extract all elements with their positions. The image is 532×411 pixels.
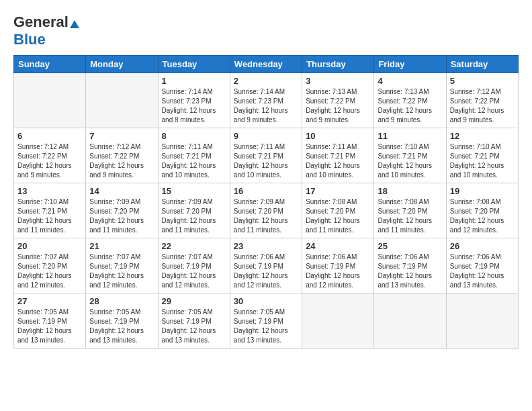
weekday-header: Wednesday: [230, 56, 302, 73]
logo-triangle-icon: [70, 20, 79, 28]
calendar-day-cell: [14, 73, 86, 128]
calendar-day-cell: 5Sunrise: 7:12 AMSunset: 7:22 PMDaylight…: [446, 73, 518, 128]
day-info: Sunrise: 7:11 AMSunset: 7:21 PMDaylight:…: [234, 142, 298, 180]
calendar-day-cell: [86, 73, 158, 128]
day-info: Sunrise: 7:05 AMSunset: 7:19 PMDaylight:…: [234, 308, 298, 345]
calendar-week-row: 1Sunrise: 7:14 AMSunset: 7:23 PMDaylight…: [14, 73, 519, 128]
day-info: Sunrise: 7:05 AMSunset: 7:19 PMDaylight:…: [162, 308, 226, 345]
calendar-day-cell: 14Sunrise: 7:09 AMSunset: 7:20 PMDayligh…: [86, 183, 158, 238]
day-number: 19: [450, 186, 515, 196]
day-number: 18: [378, 186, 442, 196]
day-number: 10: [306, 131, 370, 141]
day-info: Sunrise: 7:14 AMSunset: 7:23 PMDaylight:…: [162, 87, 226, 125]
day-info: Sunrise: 7:06 AMSunset: 7:19 PMDaylight:…: [306, 253, 370, 290]
day-info: Sunrise: 7:10 AMSunset: 7:21 PMDaylight:…: [378, 142, 442, 180]
calendar-day-cell: 22Sunrise: 7:07 AMSunset: 7:19 PMDayligh…: [158, 238, 230, 293]
weekday-header: Saturday: [446, 56, 518, 73]
weekday-header: Sunday: [14, 56, 86, 73]
day-info: Sunrise: 7:10 AMSunset: 7:21 PMDaylight:…: [17, 197, 82, 235]
calendar-day-cell: 6Sunrise: 7:12 AMSunset: 7:22 PMDaylight…: [14, 128, 86, 183]
day-number: 28: [89, 296, 154, 306]
calendar-day-cell: 1Sunrise: 7:14 AMSunset: 7:23 PMDaylight…: [158, 73, 230, 128]
calendar-day-cell: 7Sunrise: 7:12 AMSunset: 7:22 PMDaylight…: [86, 128, 158, 183]
weekday-header-row: SundayMondayTuesdayWednesdayThursdayFrid…: [14, 56, 519, 73]
day-info: Sunrise: 7:14 AMSunset: 7:23 PMDaylight:…: [234, 87, 298, 125]
day-info: Sunrise: 7:07 AMSunset: 7:19 PMDaylight:…: [89, 253, 154, 290]
calendar-day-cell: 20Sunrise: 7:07 AMSunset: 7:20 PMDayligh…: [14, 238, 86, 293]
weekday-header: Thursday: [302, 56, 374, 73]
day-number: 17: [306, 186, 370, 196]
day-number: 22: [162, 241, 226, 251]
calendar-day-cell: 19Sunrise: 7:08 AMSunset: 7:20 PMDayligh…: [446, 183, 518, 238]
day-number: 3: [306, 76, 370, 86]
day-info: Sunrise: 7:13 AMSunset: 7:22 PMDaylight:…: [306, 87, 370, 125]
day-info: Sunrise: 7:13 AMSunset: 7:22 PMDaylight:…: [378, 87, 442, 125]
calendar-day-cell: 15Sunrise: 7:09 AMSunset: 7:20 PMDayligh…: [158, 183, 230, 238]
calendar-day-cell: 30Sunrise: 7:05 AMSunset: 7:19 PMDayligh…: [230, 293, 302, 349]
day-info: Sunrise: 7:07 AMSunset: 7:19 PMDaylight:…: [162, 253, 226, 290]
calendar-day-cell: [302, 293, 374, 349]
calendar-week-row: 20Sunrise: 7:07 AMSunset: 7:20 PMDayligh…: [14, 238, 519, 293]
day-info: Sunrise: 7:09 AMSunset: 7:20 PMDaylight:…: [162, 197, 226, 235]
day-number: 16: [234, 186, 298, 196]
calendar-day-cell: 3Sunrise: 7:13 AMSunset: 7:22 PMDaylight…: [302, 73, 374, 128]
calendar-week-row: 6Sunrise: 7:12 AMSunset: 7:22 PMDaylight…: [14, 128, 519, 183]
calendar-day-cell: 23Sunrise: 7:06 AMSunset: 7:19 PMDayligh…: [230, 238, 302, 293]
day-number: 2: [234, 76, 298, 86]
day-number: 9: [234, 131, 298, 141]
day-number: 23: [234, 241, 298, 251]
day-info: Sunrise: 7:08 AMSunset: 7:20 PMDaylight:…: [450, 197, 515, 235]
calendar-day-cell: 11Sunrise: 7:10 AMSunset: 7:21 PMDayligh…: [374, 128, 446, 183]
calendar-day-cell: [446, 293, 518, 349]
day-number: 29: [162, 296, 226, 306]
day-info: Sunrise: 7:06 AMSunset: 7:19 PMDaylight:…: [378, 253, 442, 290]
day-number: 13: [17, 186, 82, 196]
calendar-day-cell: 9Sunrise: 7:11 AMSunset: 7:21 PMDaylight…: [230, 128, 302, 183]
day-number: 8: [162, 131, 226, 141]
calendar-day-cell: 10Sunrise: 7:11 AMSunset: 7:21 PMDayligh…: [302, 128, 374, 183]
day-number: 1: [162, 76, 226, 86]
calendar-week-row: 13Sunrise: 7:10 AMSunset: 7:21 PMDayligh…: [14, 183, 519, 238]
calendar-day-cell: 29Sunrise: 7:05 AMSunset: 7:19 PMDayligh…: [158, 293, 230, 349]
day-info: Sunrise: 7:08 AMSunset: 7:20 PMDaylight:…: [306, 197, 370, 235]
day-info: Sunrise: 7:07 AMSunset: 7:20 PMDaylight:…: [17, 253, 82, 290]
day-number: 5: [450, 76, 515, 86]
day-info: Sunrise: 7:12 AMSunset: 7:22 PMDaylight:…: [89, 142, 154, 180]
day-number: 20: [17, 241, 82, 251]
calendar-week-row: 27Sunrise: 7:05 AMSunset: 7:19 PMDayligh…: [14, 293, 519, 349]
day-info: Sunrise: 7:10 AMSunset: 7:21 PMDaylight:…: [450, 142, 515, 180]
calendar-day-cell: 21Sunrise: 7:07 AMSunset: 7:19 PMDayligh…: [86, 238, 158, 293]
weekday-header: Friday: [374, 56, 446, 73]
calendar-day-cell: 28Sunrise: 7:05 AMSunset: 7:19 PMDayligh…: [86, 293, 158, 349]
day-info: Sunrise: 7:06 AMSunset: 7:19 PMDaylight:…: [234, 253, 298, 290]
day-info: Sunrise: 7:09 AMSunset: 7:20 PMDaylight:…: [89, 197, 154, 235]
logo-general-text: General: [13, 13, 69, 30]
day-number: 7: [89, 131, 154, 141]
day-number: 12: [450, 131, 515, 141]
day-info: Sunrise: 7:06 AMSunset: 7:19 PMDaylight:…: [450, 253, 515, 290]
calendar-day-cell: 18Sunrise: 7:08 AMSunset: 7:20 PMDayligh…: [374, 183, 446, 238]
day-info: Sunrise: 7:12 AMSunset: 7:22 PMDaylight:…: [450, 87, 515, 125]
day-number: 14: [89, 186, 154, 196]
day-info: Sunrise: 7:11 AMSunset: 7:21 PMDaylight:…: [162, 142, 226, 180]
calendar-day-cell: 2Sunrise: 7:14 AMSunset: 7:23 PMDaylight…: [230, 73, 302, 128]
logo-blue-text: Blue: [13, 31, 46, 48]
day-number: 21: [89, 241, 154, 251]
calendar-day-cell: 25Sunrise: 7:06 AMSunset: 7:19 PMDayligh…: [374, 238, 446, 293]
day-number: 25: [378, 241, 442, 251]
day-info: Sunrise: 7:12 AMSunset: 7:22 PMDaylight:…: [17, 142, 82, 180]
calendar-day-cell: 8Sunrise: 7:11 AMSunset: 7:21 PMDaylight…: [158, 128, 230, 183]
calendar-day-cell: [374, 293, 446, 349]
day-number: 30: [234, 296, 298, 306]
day-info: Sunrise: 7:11 AMSunset: 7:21 PMDaylight:…: [306, 142, 370, 180]
calendar-day-cell: 26Sunrise: 7:06 AMSunset: 7:19 PMDayligh…: [446, 238, 518, 293]
day-info: Sunrise: 7:09 AMSunset: 7:20 PMDaylight:…: [234, 197, 298, 235]
weekday-header: Monday: [86, 56, 158, 73]
logo: General Blue: [13, 13, 79, 48]
calendar-table: SundayMondayTuesdayWednesdayThursdayFrid…: [13, 55, 519, 349]
day-number: 26: [450, 241, 515, 251]
calendar-day-cell: 16Sunrise: 7:09 AMSunset: 7:20 PMDayligh…: [230, 183, 302, 238]
day-info: Sunrise: 7:08 AMSunset: 7:20 PMDaylight:…: [378, 197, 442, 235]
weekday-header: Tuesday: [158, 56, 230, 73]
day-number: 6: [17, 131, 82, 141]
